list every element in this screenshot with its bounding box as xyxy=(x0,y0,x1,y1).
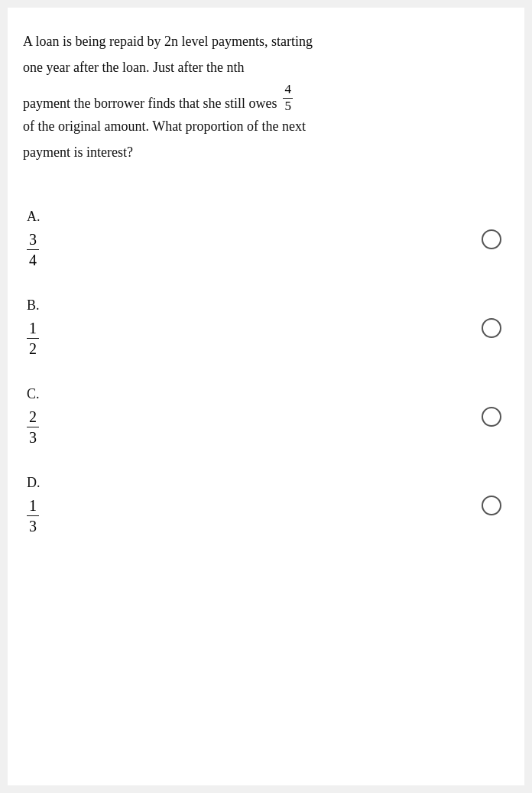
option-d-left: D. 1 3 xyxy=(27,475,41,536)
option-d-denominator: 3 xyxy=(27,516,39,536)
option-a-row[interactable]: A. 3 4 xyxy=(23,195,509,284)
options-container: A. 3 4 B. 1 2 C. xyxy=(23,195,509,550)
fraction-owes-numerator: 4 xyxy=(283,82,293,98)
question-block: A loan is being repaid by 2n level payme… xyxy=(23,31,509,164)
option-b-radio[interactable] xyxy=(482,318,501,338)
question-line-5: payment is interest? xyxy=(23,141,509,164)
question-line-4: of the original amount. What proportion … xyxy=(23,115,509,138)
option-a-label: A. xyxy=(27,209,41,225)
option-b-fraction: 1 2 xyxy=(27,318,39,359)
option-b-row[interactable]: B. 1 2 xyxy=(23,284,509,372)
option-a-radio[interactable] xyxy=(482,229,501,249)
option-b-denominator: 2 xyxy=(27,339,39,359)
option-a-denominator: 4 xyxy=(27,250,39,270)
option-b-numerator: 1 xyxy=(27,318,39,339)
option-c-row[interactable]: C. 2 3 xyxy=(23,372,509,461)
option-b-label: B. xyxy=(27,297,40,314)
option-c-label: C. xyxy=(27,386,40,402)
fraction-owes: 4 5 xyxy=(283,82,293,114)
option-d-radio[interactable] xyxy=(482,496,501,515)
option-c-numerator: 2 xyxy=(27,407,39,427)
option-d-fraction: 1 3 xyxy=(27,496,39,536)
question-line-1: A loan is being repaid by 2n level payme… xyxy=(23,31,509,54)
option-b-left: B. 1 2 xyxy=(27,297,40,359)
option-c-denominator: 3 xyxy=(27,427,39,447)
question-line-2: one year after the loan. Just after the … xyxy=(23,57,509,80)
option-c-fraction: 2 3 xyxy=(27,407,39,447)
option-d-numerator: 1 xyxy=(27,496,39,516)
option-c-radio[interactable] xyxy=(482,407,501,427)
option-c-left: C. 2 3 xyxy=(27,386,40,447)
fraction-owes-denominator: 5 xyxy=(283,99,293,114)
option-a-left: A. 3 4 xyxy=(27,209,41,270)
question-card: A loan is being repaid by 2n level payme… xyxy=(8,8,524,785)
option-d-row[interactable]: D. 1 3 xyxy=(23,461,509,550)
question-line-3-pre: payment the borrower finds that she stil… xyxy=(23,93,277,115)
option-d-label: D. xyxy=(27,475,41,491)
option-a-numerator: 3 xyxy=(27,229,39,250)
option-a-fraction: 3 4 xyxy=(27,229,39,270)
